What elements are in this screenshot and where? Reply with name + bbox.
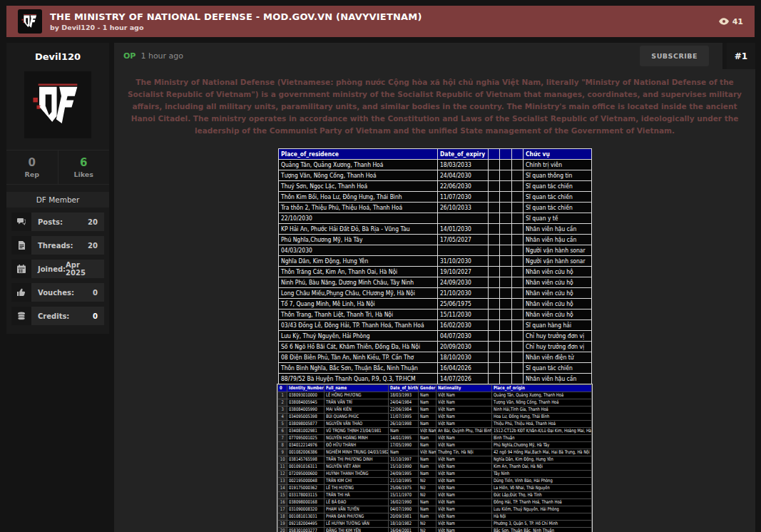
cell-empty: [488, 320, 500, 331]
residence-table-row: Quảng Tân, Quảng Xương, Thanh Hoá 18/03/…: [278, 160, 591, 170]
rep-value: 0: [6, 157, 58, 168]
cell-gender: Nữ: [419, 485, 436, 492]
cell-date-of-birth: 25/06/1975: [389, 485, 419, 492]
cell-empty: [500, 245, 512, 256]
cell-identity-number: 001082006386: [287, 449, 325, 456]
cell-expiry: 18/10/2030: [438, 352, 488, 363]
cell-nationality: Việt Nam: [436, 485, 492, 492]
cell-index: 9: [278, 449, 287, 456]
member-badge: DF Member: [6, 192, 109, 208]
username-link[interactable]: Devil120: [6, 43, 109, 70]
cell-identity-number: 019175000362: [287, 485, 325, 492]
identity-table-row: 13 002195000048 TRẦN KIM CHI 21/10/1995 …: [278, 478, 592, 485]
cell-residence: Thôn Trăng Cát, Kim An, Thanh Oai, Hà Nộ…: [278, 267, 438, 277]
stat-label: Credits:: [38, 312, 69, 320]
identity-table-row: 12 072095000600 HUỲNH THANH THÔNG 24/09/…: [278, 471, 592, 478]
cell-gender: Nam: [419, 421, 436, 428]
cell-empty: [511, 267, 523, 277]
forum-page: THE MINISTRY OF NATIONAL DEFENSE - MOD.G…: [0, 0, 761, 532]
cell-empty: [488, 235, 500, 245]
cell-empty: [511, 374, 523, 384]
residence-table-row: 22/10/2030 Sĩ quan y tế: [278, 213, 591, 224]
cell-empty: [500, 352, 512, 363]
residence-table-row: Phú Nghĩa,Chương Mỹ, Hà Tây 17/05/2027 N…: [278, 235, 591, 245]
cell-identity-number: 034081002981: [287, 428, 325, 435]
cell-gender: Nam: [419, 464, 436, 471]
identity-table-row: 1 038093010000 LÊ HỒNG PHƯƠNG 18/03/1993…: [278, 392, 592, 399]
cell-residence: 22/10/2030: [278, 213, 438, 224]
cell-place-of-origin: Kim An, Thanh Oai, Hà Nội: [492, 464, 592, 471]
stat-row-posts: Posts: 20: [11, 213, 104, 231]
cell-identity-number: 031090008320: [287, 506, 325, 513]
cell-date-of-birth: 14/01/1995: [389, 435, 419, 442]
cell-place-of-origin: Đông Hải, TP. Thanh Hoá, Thanh Hoá: [492, 499, 592, 506]
cell-empty: [488, 213, 500, 224]
forum-logo[interactable]: [18, 9, 42, 34]
cell-identity-number: 034095005398: [287, 414, 325, 421]
cell-gender: Nữ: [419, 521, 436, 528]
stat-label: Posts:: [38, 218, 63, 226]
cell-empty: [500, 170, 512, 181]
residence-table-row: 04/03/2030 Người vận hành sonar: [278, 245, 591, 256]
cell-nationality: Việt Nam: [436, 456, 492, 464]
cell-gender: Nam: [419, 471, 436, 478]
subscribe-button[interactable]: SUBSCRIBE: [640, 46, 709, 66]
residence-table-row: Tổ 7, Quang Minh, Mê Linh, Hà Nội 25/06/…: [278, 299, 591, 310]
cell-position: Sĩ quan tác chiến: [523, 363, 591, 374]
cell-identity-number: 038084005945: [287, 399, 325, 406]
cell-empty: [488, 192, 500, 203]
thread-title[interactable]: THE MINISTRY OF NATIONAL DEFENSE - MOD.G…: [50, 11, 422, 22]
cell-empty: [511, 224, 523, 235]
cell-position: Chỉ huy trưởng đơn vị: [523, 342, 591, 352]
cell-index: 8: [278, 442, 287, 449]
stat-label: Threads:: [38, 242, 73, 250]
cell-date-of-birth: 24/04/1984: [389, 399, 419, 406]
stat-row-joined: Joined: Apr 2025: [11, 260, 104, 278]
cell-empty: [511, 181, 523, 192]
stat-label: Joined:: [38, 265, 66, 273]
cell-place-of-origin: Hà Nội: [492, 513, 592, 521]
stat-row-threads: Threads: 20: [11, 236, 104, 255]
cell-date-of-birth: 04/07/1990: [389, 506, 419, 513]
cell-place-of-origin: Phú Nghĩa,Chương Mỹ, Hà Tây: [492, 442, 592, 449]
avatar[interactable]: [24, 71, 91, 138]
cell-place-of-origin: 42 ngõ 94 Hồng Mai,Bạch Mai, Hai Bà Trưn…: [492, 449, 592, 456]
cell-residence: Thôn Kim Bồi, Hoa Lư, Đông Hưng, Thái Bì…: [278, 192, 438, 203]
post-number[interactable]: #1: [722, 43, 755, 69]
cell-full-name: PHẠM VĂN TUYỀN: [325, 506, 389, 513]
cell-gender: Nam: [419, 414, 436, 421]
cell-expiry: 04/07/2030: [438, 331, 488, 342]
cell-position: Người vận hành sonar: [523, 256, 591, 267]
cell-index: 20: [278, 528, 287, 532]
cell-residence: Quảng Tân, Quảng Xương, Thanh Hoá: [278, 160, 438, 170]
cell-index: 1: [278, 392, 287, 399]
thread-byline: by Devil120 - 1 hour ago: [50, 24, 422, 31]
cell-date-of-birth: 15/10/1990: [389, 464, 419, 471]
cell-expiry: 17/05/2027: [438, 235, 488, 245]
cell-expiry: [438, 245, 488, 256]
cell-date-of-birth: Nam: [389, 449, 419, 456]
cell-empty: [500, 224, 512, 235]
identity-table-row: 2 038084005945 TRẦN VĂN TRÍ 24/04/1984 N…: [278, 399, 592, 406]
cell-index: 2: [278, 399, 287, 406]
identity-table-header-row: 0 Identity_Number Full_name Date_of_birt…: [278, 385, 592, 392]
cell-full-name: NGUYỄN HOÀNG MINH: [325, 435, 389, 442]
cell-residence: Ninh Phú, Bàu Năng, Dương Minh Châu, Tây…: [278, 277, 438, 288]
cell-empty: [500, 331, 512, 342]
cell-expiry: 16/02/2030: [438, 320, 488, 331]
cell-full-name: LÊ HỒNG PHƯƠNG: [325, 392, 389, 399]
cell-empty: [488, 256, 500, 267]
cell-place-of-origin: Đức Lập,Đức Thọ, Hà Tĩnh: [492, 492, 592, 499]
cell-date-of-birth: 24/09/1995: [389, 471, 419, 478]
cell-empty: [511, 192, 523, 203]
identity-table-row: 7 077095001025 NGUYỄN HOÀNG MINH 14/01/1…: [278, 435, 592, 442]
cell-nationality: An Bài, Quỳnh Phụ, Thái Bình: [436, 428, 492, 435]
cell-gender: Nam: [419, 392, 436, 399]
cell-empty: [500, 203, 512, 213]
identity-table-row: 3 038084005990 MAI VĂN KIÊN 22/06/1984 N…: [278, 406, 592, 414]
cell-empty: [511, 277, 523, 288]
cell-empty: [488, 267, 500, 277]
identity-table-row: 4 034095005398 BÙI QUANG PHÚC 11/07/1995…: [278, 414, 592, 421]
cell-full-name: LÊ HUỲNH TƯỜNG VÂN: [325, 521, 389, 528]
cell-expiry: [438, 213, 488, 224]
